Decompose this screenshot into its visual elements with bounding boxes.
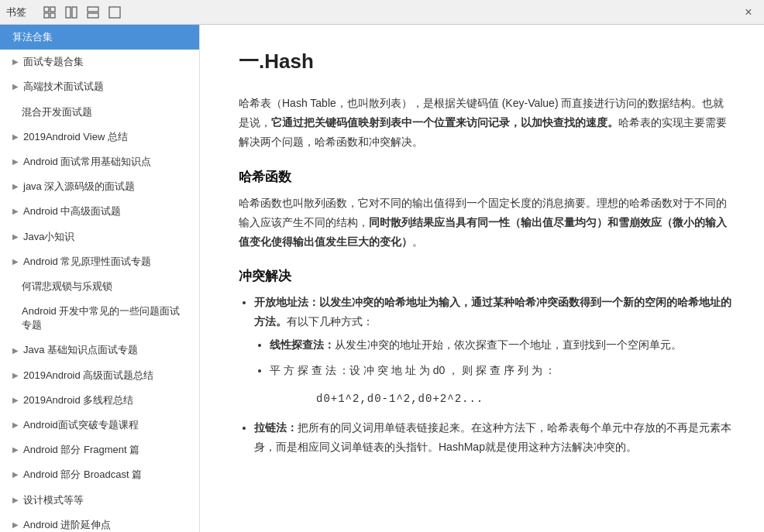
sidebar-item-label: 何谓悲观锁与乐观锁 (22, 280, 112, 293)
code-line: d0+1^2,d0-1^2,d0+2^2... (316, 390, 733, 409)
bullet2-prefix: 拉链法： (254, 421, 298, 434)
hash-func-paragraph: 哈希函数也叫散列函数，它对不同的输出值得到一个固定长度的消息摘要。理想的哈希函数… (239, 194, 733, 252)
svg-rect-0 (44, 7, 49, 12)
sidebar-item-suanfa[interactable]: 算法合集 (0, 25, 199, 50)
chevron-icon: ▶ (12, 370, 19, 381)
chevron-icon: ▶ (12, 520, 19, 530)
svg-rect-1 (50, 7, 55, 12)
sidebar-item-mianshi-zhuanti[interactable]: ▶ 面试专题合集 (0, 50, 199, 74)
sidebar-item-android-fragment[interactable]: ▶ Android 部分 Fragment 篇 (0, 438, 199, 462)
svg-rect-2 (44, 13, 49, 18)
sidebar-item-label: Android 面试常用基础知识点 (23, 155, 151, 169)
sub-list-item-linear: 线性探查法：从发生冲突的地址开始，依次探查下一个地址，直到找到一个空闲单元。 (270, 335, 733, 355)
chevron-icon: ▶ (12, 420, 19, 431)
chevron-icon: ▶ (12, 256, 19, 267)
page-title: 一.Hash (239, 48, 733, 75)
sidebar-item-android-mianshi-tupo[interactable]: ▶ Android面试突破专题课程 (0, 413, 199, 438)
sidebar-item-label: 面试专题合集 (23, 55, 84, 69)
svg-rect-6 (88, 7, 98, 12)
svg-rect-4 (66, 7, 71, 18)
sidebar-item-label: 2019Android View 总结 (23, 130, 128, 144)
bullet1-prefix: 开放地址法： (254, 296, 319, 308)
sidebar-item-hunhe-kaifa[interactable]: 混合开发面试题 (0, 100, 199, 125)
list-item-open-address: 开放地址法：以发生冲突的哈希地址为输入，通过某种哈希冲突函数得到一个新的空闲的哈… (254, 293, 733, 409)
chevron-icon: ▶ (12, 132, 19, 142)
collision-list: 开放地址法：以发生冲突的哈希地址为输入，通过某种哈希冲突函数得到一个新的空闲的哈… (254, 293, 733, 457)
bullet2-text: 把所有的同义词用单链表链接起来。在这种方法下，哈希表每个单元中存放的不再是元素本… (254, 421, 731, 453)
sub2-label: 平 方 探 查 法 ： (270, 364, 349, 376)
intro-paragraph: 哈希表（Hash Table，也叫散列表），是根据关键码值 (Key-Value… (239, 94, 733, 153)
title-bar-label: 书签 (6, 5, 26, 19)
sidebar-item-label: Android面试突破专题课程 (23, 418, 139, 432)
sidebar-item-label: Android 部分 Broadcast 篇 (23, 468, 142, 482)
sidebar-item-android-yuanli[interactable]: ▶ Android 常见原理性面试专题 (0, 249, 199, 274)
sidebar-item-label: Android 中高级面试题 (23, 204, 121, 218)
chevron-icon: ▶ (12, 81, 19, 92)
sidebar-item-java-zhishi[interactable]: ▶ Java小知识 (0, 225, 199, 249)
sidebar-item-label: 混合开发面试题 (22, 105, 92, 119)
svg-rect-3 (50, 13, 55, 18)
grid2x2-icon[interactable] (42, 5, 57, 20)
title-bar-left: 书签 (6, 5, 122, 20)
sidebar-item-label: 高端技术面试试题 (23, 80, 104, 94)
sidebar-item-java-jichu[interactable]: ▶ Java 基础知识点面试专题 (0, 338, 199, 362)
sidebar-item-label: 2019Android 高级面试题总结 (23, 369, 153, 383)
sidebar-item-android-broadcast[interactable]: ▶ Android 部分 Broadcast 篇 (0, 462, 199, 487)
sidebar-item-label: java 深入源码级的面试题 (23, 180, 135, 194)
sidebar-item-android-wenti[interactable]: Android 开发中常见的一些问题面试专题 (0, 299, 199, 338)
chevron-icon: ▶ (12, 469, 19, 480)
sidebar-item-label: 设计模式等等 (23, 493, 84, 507)
sub1-label: 线性探查法： (270, 338, 335, 351)
sub-list-item-square: 平 方 探 查 法 ：设 冲 突 地 址 为 d0 ， 则 探 查 序 列 为 … (270, 361, 733, 409)
sidebar-item-android-zhonggaoji[interactable]: ▶ Android 中高级面试题 (0, 199, 199, 224)
svg-rect-5 (72, 7, 77, 18)
title-bar: 书签 (0, 0, 764, 25)
sidebar-item-android-mianshi-jichu[interactable]: ▶ Android 面试常用基础知识点 (0, 149, 199, 174)
sidebar-item-android2019-duoxian[interactable]: ▶ 2019Android 多线程总结 (0, 388, 199, 413)
sub-list-open: 线性探查法：从发生冲突的地址开始，依次探查下一个地址，直到找到一个空闲单元。 平… (270, 335, 733, 410)
sidebar-item-java-yuanma[interactable]: ▶ java 深入源码级的面试题 (0, 174, 199, 199)
chevron-icon: ▶ (12, 395, 19, 406)
intro-bold-text: 它通过把关键码值映射到表中一个位置来访问记录，以加快查找的速度。 (271, 116, 618, 129)
chevron-icon: ▶ (12, 495, 19, 506)
chevron-icon: ▶ (12, 156, 19, 167)
sidebar-item-label: Android 进阶延伸点 (23, 518, 111, 532)
collision-title: 冲突解决 (239, 267, 733, 285)
svg-rect-7 (88, 13, 98, 18)
grid2x1-icon[interactable] (85, 5, 101, 20)
sidebar-item-label: Java 基础知识点面试专题 (23, 343, 138, 357)
sidebar-item-android-jinjie[interactable]: ▶ Android 进阶延伸点 (0, 513, 199, 532)
hash-func-end: 。 (412, 235, 423, 248)
sidebar-item-android2019-gaoji[interactable]: ▶ 2019Android 高级面试题总结 (0, 363, 199, 388)
list-item-chain: 拉链法：把所有的同义词用单链表链接起来。在这种方法下，哈希表每个单元中存放的不再… (254, 418, 733, 457)
title-bar-icons (42, 5, 122, 20)
sidebar-item-sheji-moshi[interactable]: ▶ 设计模式等等 (0, 488, 199, 513)
content-area: 一.Hash 哈希表（Hash Table，也叫散列表），是根据关键码值 (Ke… (200, 25, 764, 532)
sidebar-item-hetan-yuesu[interactable]: 何谓悲观锁与乐观锁 (0, 274, 199, 299)
sidebar-item-gaoji-jishu[interactable]: ▶ 高端技术面试试题 (0, 74, 199, 99)
chevron-icon: ▶ (12, 345, 19, 356)
sidebar: 算法合集 ▶ 面试专题合集 ▶ 高端技术面试试题 混合开发面试题 ▶ 2019A… (0, 25, 200, 532)
sidebar-item-label: 2019Android 多线程总结 (23, 393, 133, 407)
sidebar-item-android-view[interactable]: ▶ 2019Android View 总结 (0, 125, 199, 149)
chevron-icon: ▶ (12, 181, 19, 192)
grid1x1-icon[interactable] (107, 5, 122, 20)
chevron-icon: ▶ (12, 206, 19, 217)
chevron-icon: ▶ (12, 57, 19, 67)
sub2-text: 设 冲 突 地 址 为 d0 ， 则 探 查 序 列 为 ： (349, 364, 556, 376)
bullet1-end: 有以下几种方式： (287, 315, 373, 328)
sidebar-item-label: Android 开发中常见的一些问题面试专题 (22, 304, 190, 332)
svg-rect-8 (109, 7, 120, 18)
grid1x2-icon[interactable] (64, 5, 79, 20)
chevron-icon: ▶ (12, 232, 19, 242)
sub1-text: 从发生冲突的地址开始，依次探查下一个地址，直到找到一个空闲单元。 (335, 338, 682, 351)
sidebar-item-label: Java小知识 (23, 230, 74, 244)
sidebar-item-label: Android 常见原理性面试专题 (23, 255, 151, 269)
sidebar-item-label: Android 部分 Fragment 篇 (23, 443, 139, 457)
sidebar-item-label: 算法合集 (12, 30, 53, 44)
hash-func-title: 哈希函数 (239, 168, 733, 186)
chevron-icon: ▶ (12, 444, 19, 455)
close-button[interactable]: × (739, 3, 758, 22)
main-layout: 算法合集 ▶ 面试专题合集 ▶ 高端技术面试试题 混合开发面试题 ▶ 2019A… (0, 25, 764, 532)
